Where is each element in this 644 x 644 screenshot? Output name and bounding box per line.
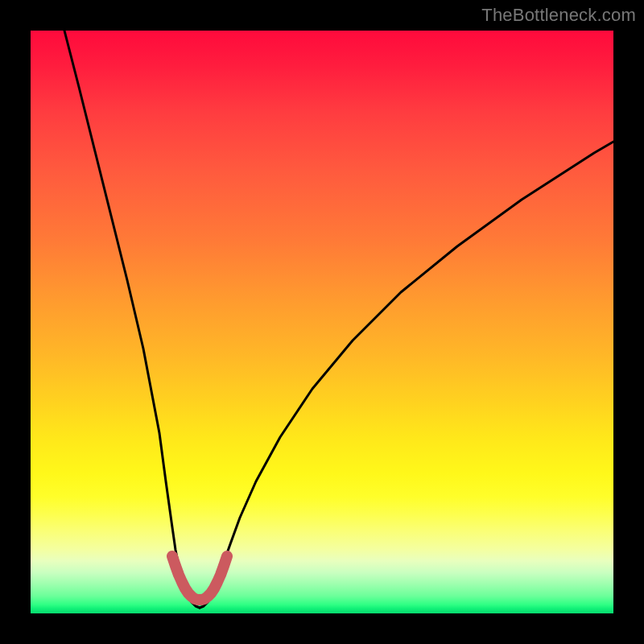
curve-right-branch — [200, 142, 613, 608]
watermark-label: TheBottleneck.com — [481, 5, 636, 26]
curve-layer — [31, 31, 613, 613]
curve-left-branch — [64, 31, 200, 608]
gradient-plot-area — [31, 31, 613, 613]
bottom-marker-curve — [172, 556, 227, 600]
chart-frame: TheBottleneck.com — [0, 0, 644, 644]
